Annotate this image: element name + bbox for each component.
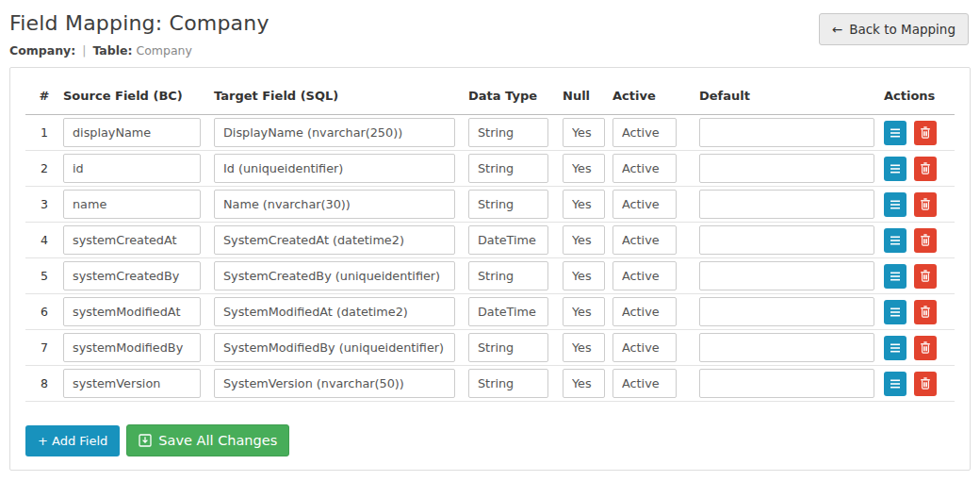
trash-icon — [920, 234, 931, 246]
list-icon — [890, 379, 901, 389]
table-row: 5 — [25, 258, 955, 294]
row-delete-button[interactable] — [914, 372, 937, 396]
header-source-field: Source Field (BC) — [63, 79, 214, 115]
row-number: 7 — [25, 330, 63, 366]
default-input[interactable] — [699, 261, 874, 290]
data-type-input[interactable] — [468, 333, 548, 362]
target-field-input[interactable] — [214, 261, 455, 290]
target-field-input[interactable] — [214, 297, 455, 326]
row-number: 2 — [25, 151, 63, 187]
row-details-button[interactable] — [884, 121, 906, 145]
row-delete-button[interactable] — [914, 228, 937, 253]
null-input[interactable] — [563, 369, 605, 398]
data-type-input[interactable] — [468, 261, 548, 290]
source-field-input[interactable] — [63, 261, 201, 290]
table-row: 6 — [25, 294, 955, 330]
row-number: 1 — [25, 115, 63, 151]
null-input[interactable] — [563, 333, 605, 362]
active-input[interactable] — [612, 369, 677, 398]
source-field-input[interactable] — [63, 190, 201, 219]
row-delete-button[interactable] — [914, 121, 937, 145]
row-delete-button[interactable] — [914, 300, 937, 324]
source-field-input[interactable] — [63, 154, 201, 183]
row-delete-button[interactable] — [914, 264, 937, 289]
default-input[interactable] — [699, 154, 874, 183]
row-delete-button[interactable] — [914, 157, 937, 181]
row-details-button[interactable] — [884, 336, 906, 360]
trash-icon — [920, 377, 931, 390]
source-field-input[interactable] — [63, 225, 201, 255]
default-input[interactable] — [699, 369, 874, 398]
data-type-input[interactable] — [468, 154, 548, 183]
data-type-input[interactable] — [468, 118, 548, 147]
trash-icon — [920, 306, 931, 318]
row-number: 3 — [25, 187, 63, 223]
target-field-input[interactable] — [214, 369, 455, 398]
header-number: # — [25, 79, 63, 115]
table-label: Table: — [92, 43, 132, 58]
null-input[interactable] — [563, 261, 605, 290]
company-label: Company: — [9, 43, 75, 58]
source-field-input[interactable] — [63, 297, 201, 326]
default-input[interactable] — [699, 333, 874, 362]
header-null: Null — [563, 79, 612, 115]
field-table-body: 1 — [25, 115, 955, 402]
row-details-button[interactable] — [884, 228, 906, 253]
null-input[interactable] — [563, 190, 605, 219]
save-button-label: Save All Changes — [158, 433, 277, 448]
row-details-button[interactable] — [884, 264, 906, 289]
save-all-changes-button[interactable]: Save All Changes — [126, 424, 289, 456]
active-input[interactable] — [612, 297, 677, 326]
header-active: Active — [612, 79, 699, 115]
page-header: Field Mapping: Company Company: | Table:… — [0, 0, 980, 59]
table-value: Company — [136, 43, 191, 58]
null-input[interactable] — [563, 225, 605, 255]
null-input[interactable] — [563, 118, 605, 147]
active-input[interactable] — [612, 225, 677, 255]
row-details-button[interactable] — [884, 157, 906, 181]
back-to-mapping-button[interactable]: ← Back to Mapping — [819, 13, 969, 45]
row-number: 6 — [25, 294, 63, 330]
header-actions: Actions — [884, 79, 955, 115]
row-details-button[interactable] — [884, 192, 906, 217]
data-type-input[interactable] — [468, 297, 548, 326]
active-input[interactable] — [612, 154, 677, 183]
source-field-input[interactable] — [63, 333, 201, 362]
data-type-input[interactable] — [468, 369, 548, 398]
field-mapping-table: # Source Field (BC) Target Field (SQL) D… — [25, 79, 955, 402]
source-field-input[interactable] — [63, 369, 201, 398]
default-input[interactable] — [699, 225, 874, 255]
target-field-input[interactable] — [214, 118, 455, 147]
row-delete-button[interactable] — [914, 336, 937, 360]
active-input[interactable] — [612, 190, 677, 219]
default-input[interactable] — [699, 118, 874, 147]
table-header-row: # Source Field (BC) Target Field (SQL) D… — [25, 79, 955, 115]
active-input[interactable] — [612, 333, 677, 362]
row-details-button[interactable] — [884, 372, 906, 396]
target-field-input[interactable] — [214, 154, 455, 183]
header-target-field: Target Field (SQL) — [214, 79, 468, 115]
target-field-input[interactable] — [214, 225, 455, 255]
table-row: 7 — [25, 330, 955, 366]
list-icon — [890, 343, 901, 353]
add-field-button[interactable]: + Add Field — [25, 425, 120, 456]
active-input[interactable] — [612, 118, 677, 147]
row-number: 4 — [25, 223, 63, 258]
left-arrow-icon: ← — [832, 22, 842, 37]
data-type-input[interactable] — [468, 190, 548, 219]
data-type-input[interactable] — [468, 225, 548, 255]
table-row: 3 — [25, 187, 955, 223]
header-data-type: Data Type — [468, 79, 563, 115]
row-details-button[interactable] — [884, 300, 906, 324]
subtitle-separator: | — [82, 43, 86, 58]
target-field-input[interactable] — [214, 190, 455, 219]
default-input[interactable] — [699, 190, 874, 219]
active-input[interactable] — [612, 261, 677, 290]
default-input[interactable] — [699, 297, 874, 326]
null-input[interactable] — [563, 154, 605, 183]
source-field-input[interactable] — [63, 118, 201, 147]
null-input[interactable] — [563, 297, 605, 326]
row-delete-button[interactable] — [914, 192, 937, 217]
target-field-input[interactable] — [214, 333, 455, 362]
trash-icon — [920, 162, 931, 174]
